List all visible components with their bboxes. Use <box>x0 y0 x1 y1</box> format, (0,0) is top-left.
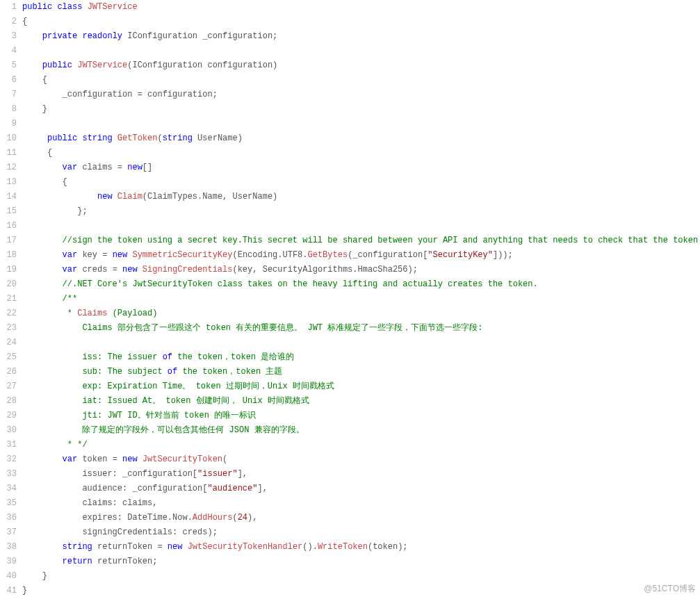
code-content: 除了规定的字段外，可以包含其他任何 JSON 兼容的字段。 <box>22 423 700 438</box>
token-kw: new <box>122 454 138 464</box>
line-number: 5 <box>0 58 22 73</box>
code-content: public JWTService(IConfiguration configu… <box>22 58 700 73</box>
token-txt: UserName) <box>193 133 243 143</box>
token-cls: GetBytes <box>308 250 348 260</box>
code-line: 39 return returnToken; <box>0 555 700 569</box>
token-txt: (key, SecurityAlgorithms.HmacSha256); <box>232 265 417 274</box>
line-number: 11 <box>0 146 22 161</box>
line-number: 26 <box>0 365 22 379</box>
code-content: _configuration = configuration; <box>22 88 700 102</box>
token-str: "issuer" <box>197 469 238 479</box>
line-number: 34 <box>0 482 22 496</box>
token-txt <box>22 425 82 435</box>
token-txt: ), <box>247 513 257 523</box>
token-txt: ( <box>222 454 227 464</box>
token-txt <box>138 265 143 274</box>
code-content: var creds = new SigningCredentials(key, … <box>22 263 700 277</box>
token-txt: returnToken; <box>92 557 158 566</box>
line-number: 9 <box>0 117 22 131</box>
line-number: 15 <box>0 204 22 219</box>
line-number: 30 <box>0 423 22 438</box>
code-line: 7 _configuration = configuration; <box>0 88 700 102</box>
token-cmt: 除了规定的字段外，可以包含其他任何 JSON 兼容的字段。 <box>82 425 304 435</box>
code-content: //.NET Core's JwtSecurityToken class tak… <box>22 277 700 292</box>
token-kw: new <box>97 192 113 202</box>
code-line: 22 * Claims (Payload) <box>0 306 700 321</box>
code-line: 29 jti: JWT ID。针对当前 token 的唯一标识 <box>0 409 700 423</box>
token-cmt: the token，token 主题 <box>177 367 282 377</box>
token-kw: public <box>22 2 52 12</box>
line-number: 24 <box>0 336 22 350</box>
line-number: 19 <box>0 263 22 277</box>
line-number: 4 <box>0 44 22 58</box>
code-line: 4 <box>0 44 700 58</box>
token-txt <box>22 381 82 391</box>
token-txt: (_configuration[ <box>348 250 428 260</box>
code-content: /** <box>22 292 700 306</box>
token-kw: string <box>82 133 112 143</box>
code-content: } <box>22 584 700 598</box>
token-txt: } <box>22 104 47 114</box>
line-number: 8 <box>0 102 22 117</box>
code-content <box>22 336 700 350</box>
line-number: 6 <box>0 73 22 88</box>
line-number: 29 <box>0 409 22 423</box>
token-txt: _configuration = configuration; <box>22 90 218 99</box>
code-block: 1public class JWTService2{3 private read… <box>0 0 700 598</box>
code-line: 28 iat: Issued At。 token 创建时间， Unix 时间戳格… <box>0 394 700 409</box>
line-number: 17 <box>0 233 22 248</box>
line-number: 31 <box>0 438 22 452</box>
code-content: sub: The subject of the token，token 主题 <box>22 365 700 379</box>
token-kw: public <box>42 60 72 70</box>
code-line: 12 var claims = new[] <box>0 161 700 175</box>
line-number: 14 <box>0 190 22 204</box>
token-kw: return <box>63 557 92 566</box>
token-txt: { <box>22 75 47 85</box>
line-number: 22 <box>0 306 22 321</box>
token-txt: (). <box>302 542 318 552</box>
token-cmt: //sign the token using a secret key.This… <box>63 236 700 245</box>
code-content: iss: The issuer of the token，token 是给谁的 <box>22 350 700 365</box>
code-line: 19 var creds = new SigningCredentials(ke… <box>0 263 700 277</box>
code-line: 13 { <box>0 175 700 190</box>
code-content: //sign the token using a secret key.This… <box>22 233 700 248</box>
token-num: 24 <box>238 513 247 523</box>
token-txt: } <box>22 571 47 581</box>
code-content: public string GetToken(string UserName) <box>22 131 700 146</box>
token-cls: JWTService <box>77 60 127 70</box>
code-content: { <box>22 73 700 88</box>
token-kw: string <box>163 133 193 143</box>
token-cmt: sub: The subject <box>82 367 167 377</box>
token-cls: WriteToken <box>318 542 368 552</box>
token-cls: JWTService <box>88 2 138 12</box>
code-content: signingCredentials: creds); <box>22 525 700 540</box>
code-content <box>22 219 700 233</box>
token-txt <box>22 454 63 464</box>
code-line: 33 issuer: _configuration["issuer"], <box>0 467 700 482</box>
code-content: claims: claims, <box>22 496 700 511</box>
code-line: 31 * */ <box>0 438 700 452</box>
token-txt <box>22 294 63 304</box>
code-line: 2{ <box>0 15 700 29</box>
token-cmt: the token，token 是给谁的 <box>172 352 294 362</box>
token-txt <box>22 323 82 333</box>
token-cmt: * */ <box>67 440 88 450</box>
token-txt <box>22 557 63 566</box>
code-line: 9 <box>0 117 700 131</box>
token-cmt: Claims 部分包含了一些跟这个 token 有关的重要信息。 JWT 标准规… <box>82 323 482 333</box>
token-cmt: jti: JWT ID。针对当前 token 的唯一标识 <box>82 411 256 420</box>
token-txt <box>22 236 63 245</box>
token-kw: class <box>57 2 82 12</box>
line-number: 39 <box>0 555 22 569</box>
token-cls: AddHours <box>193 513 233 523</box>
code-content: exp: Expiration Time。 token 过期时间，Unix 时间… <box>22 379 700 394</box>
code-line: 16 <box>0 219 700 233</box>
code-content: return returnToken; <box>22 555 700 569</box>
line-number: 38 <box>0 540 22 555</box>
token-kw: new <box>127 163 143 172</box>
line-number: 2 <box>0 15 22 29</box>
code-line: 18 var key = new SymmetricSecurityKey(En… <box>0 248 700 263</box>
code-line: 1public class JWTService <box>0 0 700 15</box>
code-line: 20 //.NET Core's JwtSecurityToken class … <box>0 277 700 292</box>
code-content: private readonly IConfiguration _configu… <box>22 29 700 44</box>
